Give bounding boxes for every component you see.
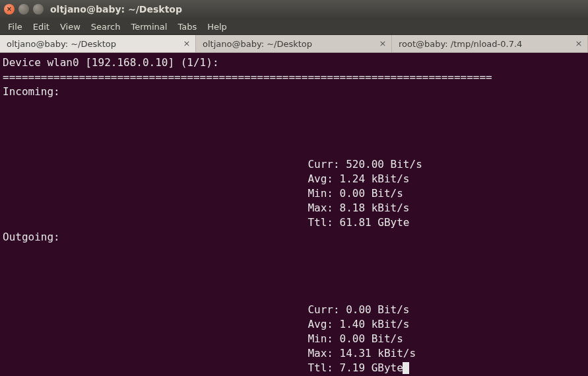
menu-terminal[interactable]: Terminal xyxy=(125,20,172,33)
nload-incoming-avg: Avg: 1.24 kBit/s xyxy=(3,172,587,186)
terminal-tab-label: oltjano@baby: ~/Desktop xyxy=(203,39,378,49)
nload-outgoing-min: Min: 0.00 Bit/s xyxy=(3,332,587,346)
terminal-tab-label: root@baby: /tmp/nload-0.7.4 xyxy=(399,39,574,49)
nload-separator: ========================================… xyxy=(3,71,492,83)
menu-tabs[interactable]: Tabs xyxy=(172,20,202,33)
nload-outgoing-curr: Curr: 0.00 Bit/s xyxy=(3,303,587,317)
terminal-tabbar: oltjano@baby: ~/Desktop × oltjano@baby: … xyxy=(0,35,588,53)
nload-outgoing-ttl-line: Ttl: 7.19 GByte xyxy=(3,361,587,375)
terminal-tab-1[interactable]: oltjano@baby: ~/Desktop × xyxy=(0,35,196,52)
tab-close-icon[interactable]: × xyxy=(574,39,583,48)
window-maximize-button[interactable] xyxy=(33,4,44,15)
terminal-tab-label: oltjano@baby: ~/Desktop xyxy=(7,39,182,49)
menu-view[interactable]: View xyxy=(55,20,86,33)
nload-outgoing-max: Max: 14.31 kBit/s xyxy=(3,346,587,361)
terminal-viewport[interactable]: Device wlan0 [192.168.0.10] (1/1): =====… xyxy=(0,53,588,376)
nload-incoming-max: Max: 8.18 kBit/s xyxy=(3,201,587,215)
nload-outgoing-ttl: Ttl: 7.19 GByte xyxy=(308,361,403,374)
window-controls: × xyxy=(4,4,44,15)
terminal-cursor xyxy=(403,362,409,374)
window-title: oltjano@baby: ~/Desktop xyxy=(50,4,584,15)
terminal-tab-3[interactable]: root@baby: /tmp/nload-0.7.4 × xyxy=(392,35,588,52)
menu-help[interactable]: Help xyxy=(202,20,232,33)
nload-incoming-label: Incoming: xyxy=(3,85,60,98)
nload-incoming-min: Min: 0.00 Bit/s xyxy=(3,186,587,201)
window-titlebar: × oltjano@baby: ~/Desktop xyxy=(0,0,588,19)
tab-close-icon[interactable]: × xyxy=(182,39,191,48)
nload-incoming-curr: Curr: 520.00 Bit/s xyxy=(3,157,587,172)
terminal-tab-2[interactable]: oltjano@baby: ~/Desktop × xyxy=(196,35,392,52)
nload-outgoing-label: Outgoing: xyxy=(3,231,60,243)
menubar: File Edit View Search Terminal Tabs Help xyxy=(0,19,588,35)
nload-device-line: Device wlan0 [192.168.0.10] (1/1): xyxy=(3,56,219,69)
menu-edit[interactable]: Edit xyxy=(28,20,55,33)
window-close-button[interactable]: × xyxy=(4,4,15,15)
menu-search[interactable]: Search xyxy=(86,20,126,33)
menu-file[interactable]: File xyxy=(3,20,28,33)
tab-close-icon[interactable]: × xyxy=(378,39,387,48)
window-minimize-button[interactable] xyxy=(18,4,29,15)
nload-incoming-ttl: Ttl: 61.81 GByte xyxy=(3,215,587,230)
nload-outgoing-avg: Avg: 1.40 kBit/s xyxy=(3,317,587,332)
